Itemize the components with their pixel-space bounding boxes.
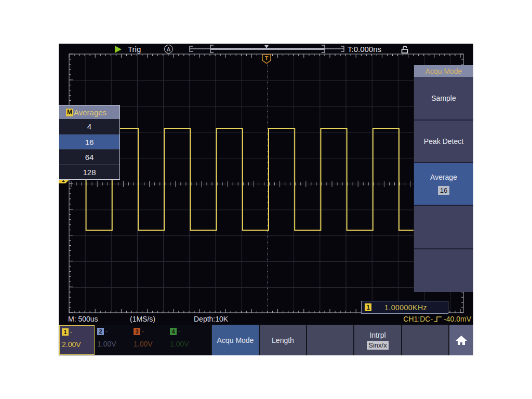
averages-option-128[interactable]: 128: [59, 164, 119, 179]
trig-label: Trig: [128, 45, 141, 54]
ch2-badge: 2: [97, 328, 104, 335]
trigger-readout: CH1:DC- -40.0mV: [403, 315, 471, 323]
horizontal-position-indicator[interactable]: [190, 45, 344, 52]
intrpl-label: Intrpl: [369, 331, 385, 339]
ch1-coupling: -: [70, 328, 72, 336]
depth-readout: Depth:10K: [194, 315, 228, 323]
run-status-icon: [115, 46, 122, 53]
channel-3-tile[interactable]: 3 - 1.00V: [131, 325, 167, 355]
ch2-coupling: -: [105, 327, 108, 335]
menu-item-empty-1: [414, 205, 473, 248]
sample-rate-readout: (1MS/s): [130, 315, 155, 323]
channel-1-tile[interactable]: 1 - 2.00V: [59, 325, 95, 355]
ch4-scale: 1.00V: [170, 340, 204, 348]
ch1-badge: 1: [62, 328, 69, 336]
home-icon: [455, 334, 468, 347]
acqu-mode-button[interactable]: Acqu Mode: [211, 325, 259, 355]
averages-option-16[interactable]: 16: [59, 134, 119, 149]
frequency-value: 1.00000KHz: [384, 303, 427, 312]
ch1-waveform: [69, 128, 463, 230]
channel-4-tile[interactable]: 4 - 1.00V: [168, 325, 204, 355]
ch3-badge: 3: [134, 328, 140, 335]
averages-menu-title: Averages: [74, 108, 107, 117]
graticule-and-waveform: [69, 54, 463, 313]
averages-menu-header: M Averages: [59, 105, 119, 119]
trigger-time-offset: T:0.000ns: [348, 45, 381, 54]
averages-option-4[interactable]: 4: [59, 119, 119, 134]
length-button[interactable]: Length: [259, 325, 306, 355]
home-button[interactable]: [448, 325, 473, 355]
frequency-readout: 1 1.00000KHz: [361, 301, 448, 314]
svg-text:T: T: [265, 55, 269, 61]
acqu-mode-menu-title: Acqu Mode: [414, 65, 473, 77]
ch4-coupling: -: [178, 327, 180, 335]
menu-item-empty-2: [414, 248, 473, 292]
ch4-badge: 4: [170, 328, 177, 335]
empty-button-2: [401, 325, 448, 355]
average-count-badge: 16: [438, 186, 449, 195]
rising-edge-icon: [434, 315, 443, 323]
unlock-icon: [401, 45, 409, 54]
timebase-readout: M: 500us: [68, 315, 98, 323]
trigger-position-marker[interactable]: T: [262, 55, 271, 63]
trigger-source-coupling: CH1:DC-: [403, 315, 433, 323]
oscilloscope-screen: T 1 Trig A T:0.000ns M Averages 4 16 64 …: [59, 44, 473, 355]
menu-item-sample[interactable]: Sample: [414, 77, 473, 119]
intrpl-button[interactable]: Intrpl Sinx/x: [353, 325, 401, 355]
empty-button-1: [306, 325, 353, 355]
ch2-scale: 1.00V: [97, 340, 131, 348]
ch3-scale: 1.00V: [134, 340, 167, 348]
ch1-scale: 2.00V: [62, 340, 94, 349]
averages-menu: M Averages 4 16 64 128: [59, 105, 120, 180]
acqu-mode-menu: Acqu Mode Sample Peak Detect Average 16: [414, 65, 473, 292]
averages-option-64[interactable]: 64: [59, 149, 119, 164]
channel-2-tile[interactable]: 2 - 1.00V: [95, 325, 131, 355]
menu-item-peak-detect[interactable]: Peak Detect: [414, 119, 473, 162]
intrpl-value-badge: Sinx/x: [367, 341, 388, 350]
ch1-freq-badge: 1: [365, 303, 371, 311]
trigger-level-value: -40.0mV: [444, 315, 471, 323]
menu-item-average[interactable]: Average 16: [414, 162, 473, 205]
average-label: Average: [430, 173, 457, 181]
ch3-coupling: -: [142, 327, 144, 335]
auto-trigger-icon: A: [164, 45, 173, 54]
bottom-menu-bar: 1 - 2.00V 2 - 1.00V 3 - 1.00V 4 - 1.00V: [59, 325, 473, 355]
m-knob-badge: M: [66, 109, 73, 116]
